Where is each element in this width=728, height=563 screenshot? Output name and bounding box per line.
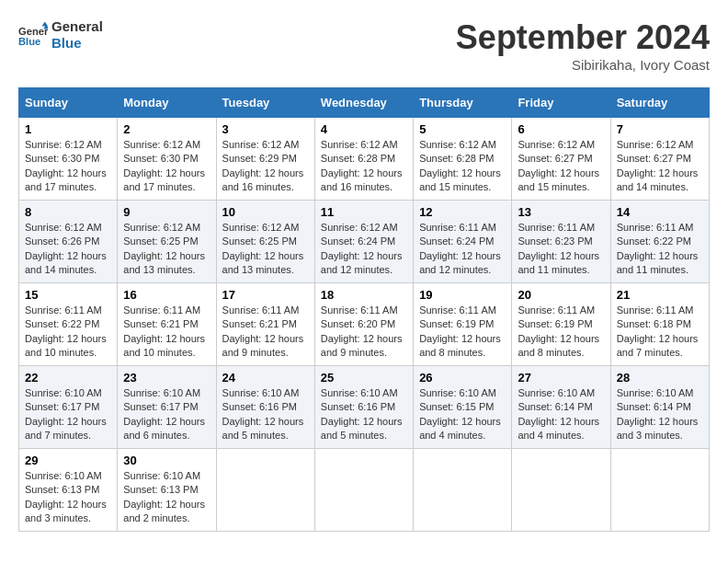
day-info: Sunrise: 6:11 AMSunset: 6:22 PMDaylight:… bbox=[25, 304, 111, 361]
day-header-thursday: Thursday bbox=[414, 88, 512, 118]
calendar-cell bbox=[314, 449, 413, 532]
day-info: Sunrise: 6:10 AMSunset: 6:16 PMDaylight:… bbox=[321, 386, 407, 443]
calendar-week-row: 1Sunrise: 6:12 AMSunset: 6:30 PMDaylight… bbox=[19, 118, 710, 201]
calendar-cell: 15Sunrise: 6:11 AMSunset: 6:22 PMDayligh… bbox=[19, 283, 118, 366]
day-header-wednesday: Wednesday bbox=[314, 88, 413, 118]
day-number: 11 bbox=[321, 205, 407, 219]
month-title: September 2024 bbox=[456, 18, 710, 57]
day-info: Sunrise: 6:10 AMSunset: 6:15 PMDaylight:… bbox=[419, 386, 506, 443]
calendar-cell: 10Sunrise: 6:12 AMSunset: 6:25 PMDayligh… bbox=[216, 201, 314, 283]
calendar-week-row: 22Sunrise: 6:10 AMSunset: 6:17 PMDayligh… bbox=[19, 366, 710, 449]
day-header-saturday: Saturday bbox=[610, 88, 709, 118]
day-number: 16 bbox=[123, 288, 210, 302]
logo-icon: General Blue bbox=[18, 20, 48, 50]
day-info: Sunrise: 6:12 AMSunset: 6:25 PMDaylight:… bbox=[222, 221, 309, 278]
day-info: Sunrise: 6:12 AMSunset: 6:28 PMDaylight:… bbox=[419, 138, 506, 195]
calendar-cell: 3Sunrise: 6:12 AMSunset: 6:29 PMDaylight… bbox=[216, 118, 314, 201]
day-number: 13 bbox=[518, 205, 604, 219]
day-info: Sunrise: 6:10 AMSunset: 6:13 PMDaylight:… bbox=[123, 469, 210, 526]
day-info: Sunrise: 6:10 AMSunset: 6:17 PMDaylight:… bbox=[25, 386, 111, 443]
day-info: Sunrise: 6:12 AMSunset: 6:24 PMDaylight:… bbox=[321, 221, 407, 278]
calendar-cell bbox=[216, 449, 314, 532]
day-number: 17 bbox=[222, 288, 309, 302]
calendar-cell: 24Sunrise: 6:10 AMSunset: 6:16 PMDayligh… bbox=[216, 366, 314, 449]
day-info: Sunrise: 6:10 AMSunset: 6:16 PMDaylight:… bbox=[222, 386, 309, 443]
day-header-tuesday: Tuesday bbox=[216, 88, 314, 118]
svg-text:General: General bbox=[18, 26, 48, 37]
day-number: 3 bbox=[222, 122, 309, 136]
day-number: 12 bbox=[419, 205, 506, 219]
day-info: Sunrise: 6:11 AMSunset: 6:23 PMDaylight:… bbox=[518, 221, 604, 278]
day-number: 2 bbox=[123, 122, 210, 136]
day-info: Sunrise: 6:12 AMSunset: 6:27 PMDaylight:… bbox=[617, 138, 703, 195]
day-info: Sunrise: 6:12 AMSunset: 6:30 PMDaylight:… bbox=[25, 138, 111, 195]
calendar-cell: 17Sunrise: 6:11 AMSunset: 6:21 PMDayligh… bbox=[216, 283, 314, 366]
calendar-cell: 6Sunrise: 6:12 AMSunset: 6:27 PMDaylight… bbox=[512, 118, 610, 201]
title-block: September 2024 Sibirikaha, Ivory Coast bbox=[456, 18, 710, 73]
calendar-cell bbox=[610, 449, 709, 532]
calendar-cell: 30Sunrise: 6:10 AMSunset: 6:13 PMDayligh… bbox=[118, 449, 216, 532]
calendar-header-row: SundayMondayTuesdayWednesdayThursdayFrid… bbox=[19, 88, 710, 118]
calendar-cell: 7Sunrise: 6:12 AMSunset: 6:27 PMDaylight… bbox=[610, 118, 709, 201]
day-info: Sunrise: 6:11 AMSunset: 6:18 PMDaylight:… bbox=[617, 304, 703, 361]
day-info: Sunrise: 6:12 AMSunset: 6:30 PMDaylight:… bbox=[123, 138, 210, 195]
day-number: 25 bbox=[321, 371, 407, 385]
day-number: 10 bbox=[222, 205, 309, 219]
svg-text:Blue: Blue bbox=[18, 36, 40, 47]
calendar-week-row: 8Sunrise: 6:12 AMSunset: 6:26 PMDaylight… bbox=[19, 201, 710, 283]
calendar-cell bbox=[414, 449, 512, 532]
calendar-table: SundayMondayTuesdayWednesdayThursdayFrid… bbox=[18, 87, 710, 532]
calendar-cell: 23Sunrise: 6:10 AMSunset: 6:17 PMDayligh… bbox=[118, 366, 216, 449]
day-number: 6 bbox=[518, 122, 604, 136]
day-info: Sunrise: 6:11 AMSunset: 6:20 PMDaylight:… bbox=[321, 304, 407, 361]
day-header-friday: Friday bbox=[512, 88, 610, 118]
calendar-cell bbox=[512, 449, 610, 532]
day-info: Sunrise: 6:12 AMSunset: 6:25 PMDaylight:… bbox=[123, 221, 210, 278]
calendar-week-row: 29Sunrise: 6:10 AMSunset: 6:13 PMDayligh… bbox=[19, 449, 710, 532]
day-number: 14 bbox=[617, 205, 703, 219]
calendar-cell: 28Sunrise: 6:10 AMSunset: 6:14 PMDayligh… bbox=[610, 366, 709, 449]
calendar-cell: 19Sunrise: 6:11 AMSunset: 6:19 PMDayligh… bbox=[414, 283, 512, 366]
day-number: 4 bbox=[321, 122, 407, 136]
calendar-cell: 1Sunrise: 6:12 AMSunset: 6:30 PMDaylight… bbox=[19, 118, 118, 201]
calendar-cell: 20Sunrise: 6:11 AMSunset: 6:19 PMDayligh… bbox=[512, 283, 610, 366]
day-number: 28 bbox=[617, 371, 703, 385]
calendar-cell: 11Sunrise: 6:12 AMSunset: 6:24 PMDayligh… bbox=[314, 201, 413, 283]
day-number: 23 bbox=[123, 371, 210, 385]
calendar-cell: 29Sunrise: 6:10 AMSunset: 6:13 PMDayligh… bbox=[19, 449, 118, 532]
day-number: 7 bbox=[617, 122, 703, 136]
day-number: 21 bbox=[617, 288, 703, 302]
day-number: 5 bbox=[419, 122, 506, 136]
day-info: Sunrise: 6:10 AMSunset: 6:14 PMDaylight:… bbox=[518, 386, 604, 443]
calendar-cell: 16Sunrise: 6:11 AMSunset: 6:21 PMDayligh… bbox=[118, 283, 216, 366]
day-info: Sunrise: 6:12 AMSunset: 6:26 PMDaylight:… bbox=[25, 221, 111, 278]
day-info: Sunrise: 6:11 AMSunset: 6:22 PMDaylight:… bbox=[617, 221, 703, 278]
day-info: Sunrise: 6:11 AMSunset: 6:21 PMDaylight:… bbox=[222, 304, 309, 361]
day-info: Sunrise: 6:11 AMSunset: 6:19 PMDaylight:… bbox=[419, 304, 506, 361]
day-number: 19 bbox=[419, 288, 506, 302]
day-info: Sunrise: 6:10 AMSunset: 6:14 PMDaylight:… bbox=[617, 386, 703, 443]
day-info: Sunrise: 6:11 AMSunset: 6:19 PMDaylight:… bbox=[518, 304, 604, 361]
day-number: 22 bbox=[25, 371, 111, 385]
day-info: Sunrise: 6:10 AMSunset: 6:13 PMDaylight:… bbox=[25, 469, 111, 526]
day-number: 29 bbox=[25, 454, 111, 467]
day-number: 20 bbox=[518, 288, 604, 302]
calendar-cell: 5Sunrise: 6:12 AMSunset: 6:28 PMDaylight… bbox=[414, 118, 512, 201]
day-info: Sunrise: 6:12 AMSunset: 6:27 PMDaylight:… bbox=[518, 138, 604, 195]
day-info: Sunrise: 6:11 AMSunset: 6:21 PMDaylight:… bbox=[123, 304, 210, 361]
day-number: 1 bbox=[25, 122, 111, 136]
calendar-cell: 12Sunrise: 6:11 AMSunset: 6:24 PMDayligh… bbox=[414, 201, 512, 283]
calendar-cell: 22Sunrise: 6:10 AMSunset: 6:17 PMDayligh… bbox=[19, 366, 118, 449]
location-subtitle: Sibirikaha, Ivory Coast bbox=[456, 57, 710, 73]
calendar-cell: 27Sunrise: 6:10 AMSunset: 6:14 PMDayligh… bbox=[512, 366, 610, 449]
day-number: 15 bbox=[25, 288, 111, 302]
calendar-cell: 2Sunrise: 6:12 AMSunset: 6:30 PMDaylight… bbox=[118, 118, 216, 201]
logo: General Blue General Blue bbox=[18, 18, 103, 52]
day-number: 18 bbox=[321, 288, 407, 302]
svg-marker-2 bbox=[42, 22, 48, 27]
day-info: Sunrise: 6:11 AMSunset: 6:24 PMDaylight:… bbox=[419, 221, 506, 278]
calendar-cell: 14Sunrise: 6:11 AMSunset: 6:22 PMDayligh… bbox=[610, 201, 709, 283]
page-header: General Blue General Blue September 2024… bbox=[18, 18, 710, 73]
day-number: 26 bbox=[419, 371, 506, 385]
day-number: 27 bbox=[518, 371, 604, 385]
